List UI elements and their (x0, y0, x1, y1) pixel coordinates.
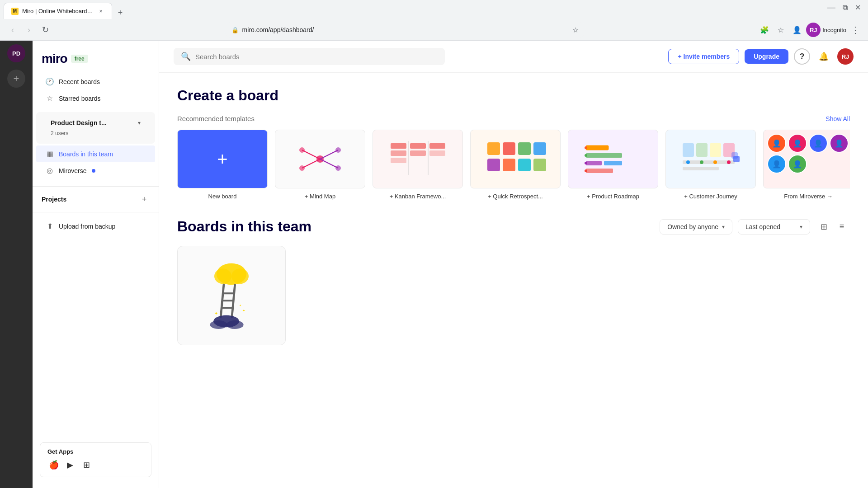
add-workspace-button[interactable]: + (7, 70, 25, 88)
mind-map-svg (288, 139, 352, 179)
refresh-button[interactable]: ↻ (38, 23, 52, 37)
svg-rect-14 (429, 143, 445, 149)
search-bar[interactable]: 🔍 (174, 48, 445, 65)
team-users-count: 2 users (42, 130, 150, 140)
profile-button[interactable]: RJ (806, 23, 821, 37)
projects-label: Projects (42, 196, 66, 203)
kanban-template[interactable]: + Kanban Framewo... (373, 130, 463, 200)
maximize-button[interactable]: ⧉ (843, 4, 848, 12)
miroverse-nav[interactable]: ◎ Miroverse (36, 162, 155, 179)
journey-template[interactable]: + Customer Journey (665, 130, 756, 200)
star-icon: ☆ (45, 94, 54, 103)
svg-point-35 (585, 169, 587, 172)
starred-boards-nav[interactable]: ☆ Starred boards (36, 90, 155, 107)
journey-label: + Customer Journey (684, 193, 737, 200)
svg-rect-22 (487, 159, 500, 171)
svg-point-50 (231, 268, 249, 284)
address-bar[interactable]: 🔒 miro.com/app/dashboard/ ☆ (224, 22, 586, 38)
journey-svg (679, 139, 742, 179)
new-board-label: New board (208, 193, 237, 200)
list-view-button[interactable]: ≡ (834, 219, 850, 235)
tab-favicon: M (11, 8, 19, 15)
svg-rect-15 (429, 150, 445, 156)
templates-label: Recommended templates (177, 115, 255, 122)
bookmark-star-icon[interactable]: ☆ (774, 23, 788, 37)
owner-filter-arrow: ▾ (722, 224, 725, 230)
forward-button[interactable]: › (22, 23, 36, 37)
search-input[interactable] (195, 53, 438, 61)
help-button[interactable]: ? (794, 48, 810, 65)
mind-map-template[interactable]: + Mind Map (275, 130, 365, 200)
svg-point-4 (335, 147, 341, 153)
miroverse-template[interactable]: 👤 👤 👤 👤 👤 👤 From Miroverse → (763, 130, 850, 200)
retro-template[interactable]: + Quick Retrospect... (470, 130, 561, 200)
svg-point-2 (299, 147, 305, 153)
svg-line-3 (320, 150, 338, 159)
boards-grid: ✦ ✦ ✦ (177, 246, 850, 345)
svg-text:✦: ✦ (239, 304, 241, 307)
new-tab-button[interactable]: + (114, 6, 127, 19)
tab-close-button[interactable]: × (97, 8, 104, 15)
owner-filter-dropdown[interactable]: Owned by anyone ▾ (660, 219, 732, 235)
new-board-template[interactable]: + New board (177, 130, 268, 200)
add-project-button[interactable]: + (139, 194, 150, 205)
boards-in-team-nav[interactable]: ▦ Boards in this team (36, 145, 155, 162)
grid-view-button[interactable]: ⊞ (816, 219, 832, 235)
incognito-label: Incognito (822, 27, 846, 33)
get-apps-section: Get Apps 🍎 ▶ ⊞ (40, 442, 151, 477)
kanban-svg (386, 139, 449, 179)
starred-boards-label: Starred boards (59, 95, 101, 102)
get-apps-title: Get Apps (47, 448, 144, 455)
svg-rect-28 (586, 153, 622, 158)
browser-tab[interactable]: M Miro | Online Whiteboard for Vis... × (4, 3, 112, 19)
roadmap-svg (581, 139, 645, 179)
notifications-button[interactable]: 🔔 (816, 48, 832, 65)
sort-filter-dropdown[interactable]: Last opened ▾ (738, 219, 810, 235)
upload-icon: ⬆ (45, 222, 54, 230)
extension-icon[interactable]: 🧩 (757, 23, 772, 37)
team-name-text: Product Design t... (51, 119, 107, 127)
bookmark-icon[interactable]: ☆ (572, 26, 579, 34)
svg-rect-40 (683, 160, 735, 164)
upload-backup-nav[interactable]: ⬆ Upload from backup (36, 218, 155, 235)
boards-section-title: Boards in this team (177, 218, 311, 235)
windows-app-icon[interactable]: ⊞ (80, 459, 93, 471)
upgrade-button[interactable]: Upgrade (745, 49, 788, 64)
recent-boards-nav[interactable]: 🕐 Recent boards (36, 73, 155, 90)
team-section: Product Design t... ▾ 2 users ▦ Boards i… (33, 110, 159, 179)
team-header[interactable]: Product Design t... ▾ (42, 116, 150, 130)
kanban-label: + Kanban Framewo... (390, 193, 446, 200)
user-avatar[interactable]: RJ (837, 48, 854, 65)
svg-rect-37 (696, 143, 708, 157)
browser-menu-button[interactable]: ⋮ (848, 23, 863, 37)
retro-svg (484, 139, 547, 179)
view-toggle: ⊞ ≡ (816, 219, 850, 235)
svg-rect-23 (503, 159, 515, 171)
svg-line-7 (320, 159, 338, 168)
svg-point-44 (713, 160, 717, 164)
back-button[interactable]: ‹ (5, 23, 20, 37)
svg-point-33 (585, 154, 587, 157)
new-board-plus-icon: + (217, 149, 227, 169)
svg-point-57 (210, 320, 227, 329)
templates-header: Recommended templates Show All (177, 115, 850, 122)
android-app-icon[interactable]: ▶ (64, 459, 76, 471)
svg-rect-20 (518, 142, 531, 155)
workspace-avatar[interactable]: PD (7, 44, 25, 62)
svg-rect-12 (410, 143, 426, 149)
apple-app-icon[interactable]: 🍎 (47, 459, 60, 471)
invite-members-button[interactable]: + Invite members (668, 49, 739, 64)
roadmap-template[interactable]: + Product Roadmap (568, 130, 658, 200)
owner-filter-label: Owned by anyone (667, 223, 718, 230)
profile-icon[interactable]: 👤 (790, 23, 804, 37)
ladder-illustration: ✦ ✦ ✦ (204, 261, 259, 330)
recent-boards-label: Recent boards (59, 78, 100, 85)
svg-rect-11 (391, 158, 406, 163)
svg-line-5 (302, 159, 320, 168)
close-button[interactable]: ✕ (855, 3, 861, 12)
minimize-button[interactable]: — (827, 3, 835, 12)
team-chevron-icon: ▾ (138, 120, 141, 126)
free-badge: free (71, 55, 88, 63)
show-all-link[interactable]: Show All (826, 115, 850, 122)
board-card-empty[interactable]: ✦ ✦ ✦ (177, 246, 286, 345)
